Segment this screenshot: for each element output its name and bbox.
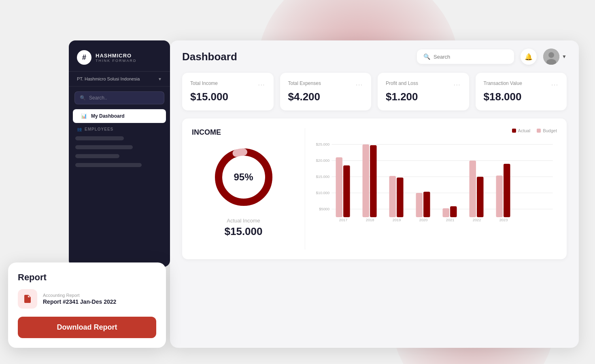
main-panel: Dashboard 🔍 🔔 ▼ — [170, 40, 579, 348]
legend-budget-label: Budget — [543, 128, 557, 133]
stat-card-menu-0[interactable]: ... — [258, 80, 266, 87]
employees-label: EMPLOYEES — [85, 127, 113, 131]
svg-rect-25 — [450, 206, 457, 217]
stat-card-menu-3[interactable]: ... — [551, 80, 559, 87]
logo-text: HASHMICRO THINK FORWARD — [96, 53, 137, 63]
bar-chart: $25.000 $20.000 $15.000 $10.000 $5000 — [315, 136, 557, 250]
logo-sub: THINK FORWARD — [96, 59, 137, 63]
stat-card-menu-2[interactable]: ... — [454, 80, 461, 87]
header-right: 🔍 🔔 ▼ — [417, 49, 567, 65]
sidebar-company[interactable]: PT. Hashmicro Solusi Indonesia ▼ — [69, 72, 170, 87]
svg-rect-19 — [370, 145, 376, 217]
search-icon: 🔍 — [423, 53, 430, 60]
svg-rect-20 — [389, 176, 396, 217]
donut-center: 95% — [234, 171, 253, 183]
actual-income-value: $15.000 — [225, 225, 263, 238]
legend-budget: Budget — [537, 128, 557, 133]
company-chevron-icon: ▼ — [158, 77, 162, 81]
income-title: INCOME — [192, 128, 221, 137]
search-input[interactable] — [434, 54, 508, 60]
employees-icon: 👥 — [77, 127, 82, 131]
avatar-image — [543, 49, 559, 65]
bar-chart-svg: $25.000 $20.000 $15.000 $10.000 $5000 — [315, 136, 557, 250]
sidebar-item-my-dashboard[interactable]: 📊 My Dashboard — [73, 109, 166, 123]
svg-text:$20.000: $20.000 — [316, 159, 330, 163]
sidebar-nav: 📊 My Dashboard 👥 EMPLOYEES — [69, 109, 170, 267]
company-name: PT. Hashmicro Solusi Indonesia — [77, 76, 140, 81]
svg-rect-29 — [504, 164, 510, 217]
income-section: INCOME 95% Actual Income $15.000 — [182, 119, 567, 259]
user-menu-chevron-icon: ▼ — [562, 54, 567, 59]
svg-text:$10.000: $10.000 — [316, 191, 330, 195]
svg-text:2018: 2018 — [366, 218, 374, 222]
stat-card-3: Transaction Value ... $18.000 — [476, 73, 567, 110]
svg-text:$15.000: $15.000 — [316, 175, 330, 179]
logo-icon: # — [77, 50, 91, 65]
report-item: Accounting Report Report #2341 Jan-Des 2… — [18, 289, 156, 309]
document-icon — [23, 294, 32, 304]
sidebar-search-container[interactable]: 🔍 — [74, 91, 164, 104]
sidebar-search-input[interactable] — [89, 95, 159, 101]
report-info: Accounting Report Report #2341 Jan-Des 2… — [43, 293, 116, 305]
svg-text:2020: 2020 — [419, 218, 428, 222]
svg-text:2021: 2021 — [446, 218, 455, 222]
income-right: Actual Budget $25.000 $2 — [305, 128, 557, 250]
sidebar-logo: # HASHMICRO THINK FORWARD — [69, 40, 170, 72]
avatar — [543, 49, 559, 65]
sidebar: # HASHMICRO THINK FORWARD PT. Hashmicro … — [69, 40, 170, 267]
stat-card-1: Total Expenses ... $4.200 — [280, 73, 372, 110]
stat-card-value-3: $18.000 — [484, 91, 559, 103]
income-donut-chart: 95% — [211, 145, 276, 210]
svg-rect-24 — [442, 208, 449, 217]
logo-main: HASHMICRO — [96, 53, 137, 59]
stat-card-header-3: Transaction Value ... — [484, 80, 559, 87]
sidebar-placeholder-bar-1 — [75, 136, 124, 140]
dashboard-icon: 📊 — [81, 113, 87, 119]
page-title: Dashboard — [182, 51, 237, 63]
svg-rect-17 — [343, 165, 350, 217]
sidebar-placeholder-list — [69, 133, 170, 170]
svg-text:2017: 2017 — [339, 218, 348, 222]
svg-rect-16 — [336, 157, 342, 217]
notification-button[interactable]: 🔔 — [521, 49, 537, 65]
legend-actual-dot — [512, 129, 516, 133]
svg-rect-18 — [363, 144, 369, 217]
stat-card-value-1: $4.200 — [288, 91, 363, 103]
stat-card-menu-1[interactable]: ... — [356, 80, 363, 87]
stat-card-value-0: $15.000 — [190, 91, 266, 103]
donut-percent-value: 95% — [234, 171, 253, 182]
stat-cards: Total Income ... $15.000 Total Expenses … — [170, 73, 579, 119]
legend-actual-label: Actual — [518, 128, 531, 133]
svg-point-1 — [548, 52, 554, 58]
main-header: Dashboard 🔍 🔔 ▼ — [170, 40, 579, 73]
stat-card-0: Total Income ... $15.000 — [182, 73, 274, 110]
legend-actual: Actual — [512, 128, 531, 133]
svg-rect-21 — [397, 178, 403, 217]
sidebar-item-label: My Dashboard — [91, 113, 125, 119]
user-menu[interactable]: ▼ — [543, 49, 567, 65]
sidebar-placeholder-bar-2 — [75, 145, 133, 149]
sidebar-placeholder-bar-3 — [75, 154, 119, 158]
svg-text:$25.000: $25.000 — [316, 142, 330, 146]
stat-card-label-0: Total Income — [190, 80, 218, 86]
stat-card-header-0: Total Income ... — [190, 80, 266, 87]
svg-rect-28 — [496, 176, 502, 217]
report-icon — [18, 289, 37, 309]
sidebar-search-icon: 🔍 — [80, 95, 86, 101]
stat-card-label-3: Transaction Value — [484, 80, 522, 86]
report-popup-title: Report — [18, 272, 156, 283]
stat-card-value-2: $1.200 — [386, 91, 461, 103]
stat-card-header-2: Profit and Loss ... — [386, 80, 461, 87]
search-bar[interactable]: 🔍 — [417, 49, 514, 64]
report-popup: Report Accounting Report Report #2341 Ja… — [8, 262, 166, 348]
income-left: INCOME 95% Actual Income $15.000 — [192, 128, 305, 250]
sidebar-section-employees: 👥 EMPLOYEES — [69, 123, 170, 133]
svg-rect-23 — [423, 192, 430, 217]
sidebar-placeholder-bar-4 — [75, 163, 142, 167]
svg-text:2019: 2019 — [393, 218, 401, 222]
svg-rect-27 — [477, 177, 483, 217]
report-type: Accounting Report — [43, 293, 116, 298]
svg-rect-22 — [416, 193, 423, 217]
svg-rect-26 — [469, 161, 476, 217]
download-report-button[interactable]: Download Report — [18, 317, 156, 338]
